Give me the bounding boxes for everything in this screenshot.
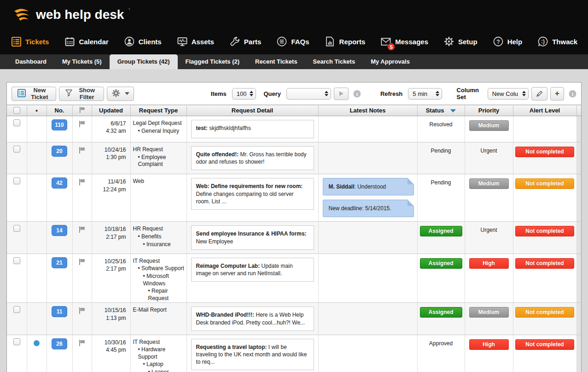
cell-updated: 11/4/1612:24 pm bbox=[92, 174, 130, 222]
nav-item-tickets[interactable]: Tickets bbox=[11, 36, 49, 47]
nav-item-thwack[interactable]: :)Thwack bbox=[538, 36, 577, 47]
alert-level-badge[interactable]: Not completed bbox=[515, 307, 574, 318]
tab-dashboard[interactable]: Dashboard bbox=[7, 54, 54, 69]
row-checkbox[interactable] bbox=[13, 306, 20, 313]
column-set-select[interactable]: New Colu bbox=[488, 88, 529, 100]
add-column-set-button[interactable]: + bbox=[550, 87, 564, 100]
query-select[interactable] bbox=[286, 88, 331, 100]
edit-column-set-button[interactable] bbox=[531, 87, 547, 100]
priority-badge[interactable]: Medium bbox=[469, 120, 509, 131]
show-filter-button[interactable]: Show Filter bbox=[59, 87, 104, 101]
row-checkbox[interactable] bbox=[13, 119, 20, 126]
nav-item-assets[interactable]: Assets bbox=[177, 36, 214, 47]
priority-badge[interactable]: Medium bbox=[469, 307, 509, 318]
ticket-number-badge[interactable]: 26 bbox=[52, 338, 67, 349]
request-detail-box[interactable]: Reimage Computer Lab: Update main image … bbox=[191, 258, 314, 282]
new-ticket-button[interactable]: New Ticket bbox=[12, 87, 56, 101]
select-all-checkbox[interactable] bbox=[13, 107, 20, 114]
alert-level-badge[interactable]: Not completed bbox=[515, 178, 574, 189]
row-checkbox[interactable] bbox=[13, 146, 20, 153]
alert-level-badge[interactable]: Not completed bbox=[515, 147, 574, 157]
flag-icon[interactable] bbox=[78, 226, 86, 235]
cell-status: Assigned bbox=[417, 303, 465, 335]
nav-item-messages[interactable]: Messages5 bbox=[381, 36, 428, 47]
refresh-interval-select[interactable]: 5 min bbox=[408, 88, 442, 100]
row-checkbox[interactable] bbox=[13, 257, 20, 264]
svg-text::): :) bbox=[541, 38, 545, 45]
tab-group-tickets-42[interactable]: Group Tickets (42) bbox=[110, 54, 178, 69]
messages-count-badge: 5 bbox=[387, 43, 395, 51]
row-checkbox[interactable] bbox=[13, 338, 20, 345]
request-detail-box[interactable]: Send employee Insurance & HIPAA forms: N… bbox=[191, 225, 314, 249]
priority-badge[interactable]: High bbox=[469, 339, 509, 350]
flag-icon[interactable] bbox=[78, 120, 86, 129]
priority-badge[interactable]: High bbox=[469, 258, 509, 269]
header-latest-notes[interactable]: Latest Notes bbox=[318, 105, 417, 116]
status-badge[interactable]: Assigned bbox=[420, 258, 462, 269]
row-checkbox[interactable] bbox=[13, 225, 20, 232]
nav-item-parts[interactable]: Parts bbox=[230, 36, 262, 47]
request-detail-box[interactable]: WHD-Branded iPod!!!: Here is a Web Help … bbox=[191, 307, 314, 331]
cell-notes bbox=[318, 335, 417, 372]
nav-item-reports[interactable]: Reports bbox=[325, 36, 366, 47]
tab-flagged-tickets-2[interactable]: Flagged Tickets (2) bbox=[178, 54, 248, 69]
items-per-page-select[interactable]: 100 bbox=[232, 88, 256, 100]
request-detail-box[interactable]: Web: Define requirements for new room: D… bbox=[191, 178, 314, 210]
header-priority[interactable]: Priority bbox=[465, 105, 513, 116]
priority-badge[interactable]: Medium bbox=[469, 178, 509, 189]
flag-icon[interactable] bbox=[78, 258, 86, 267]
note-card[interactable]: M. Siddall: Understood bbox=[323, 178, 414, 195]
tab-my-tickets-5[interactable]: My Tickets (5) bbox=[54, 54, 110, 69]
play-icon bbox=[338, 91, 344, 96]
nav-item-help[interactable]: ?Help bbox=[493, 36, 523, 47]
updated-date: 10/24/16 bbox=[92, 146, 126, 154]
ticket-number-badge[interactable]: 42 bbox=[52, 177, 67, 189]
ticket-number-badge[interactable]: 11 bbox=[52, 306, 67, 317]
request-detail-box[interactable]: Quite offended!: Mr. Gross has terrible … bbox=[191, 146, 314, 170]
cell-no: 110 bbox=[47, 116, 72, 142]
nav-item-setup[interactable]: Setup bbox=[444, 36, 477, 47]
reports-icon bbox=[325, 36, 335, 47]
note-card[interactable]: New deadline: 5/14/2015. bbox=[323, 200, 414, 217]
request-detail-box[interactable]: Requesting a travel laptop: I will be tr… bbox=[191, 339, 314, 371]
ticket-number-badge[interactable]: 20 bbox=[52, 146, 67, 157]
ticket-number-badge[interactable]: 14 bbox=[52, 225, 67, 236]
run-query-button[interactable] bbox=[334, 88, 349, 100]
cell-type: Web bbox=[130, 174, 186, 222]
tab-recent-tickets[interactable]: Recent Tickets bbox=[247, 54, 305, 69]
header-request-type[interactable]: Request Type bbox=[130, 105, 186, 116]
request-type-line: IT Request bbox=[133, 258, 186, 265]
flag-icon[interactable] bbox=[78, 147, 86, 155]
tab-my-approvals[interactable]: My Approvals bbox=[363, 54, 418, 69]
header-alert-level[interactable]: Alert Level bbox=[513, 105, 576, 116]
header-updated[interactable]: Updated bbox=[92, 105, 130, 116]
ticket-number-badge[interactable]: 21 bbox=[52, 257, 67, 268]
ticket-number-badge[interactable]: 110 bbox=[52, 119, 67, 130]
header-no[interactable]: No. bbox=[47, 105, 72, 116]
header-request-detail[interactable]: Request Detail bbox=[186, 105, 318, 116]
bulk-action-gear-button[interactable] bbox=[107, 87, 134, 101]
nav-item-clients[interactable]: Clients bbox=[124, 36, 162, 47]
cell-updated: 10/24/161:30 pm bbox=[92, 142, 130, 174]
tab-search-tickets[interactable]: Search Tickets bbox=[305, 54, 363, 69]
row-checkbox[interactable] bbox=[13, 177, 20, 184]
flag-icon[interactable] bbox=[78, 339, 86, 348]
column-set-info-icon[interactable]: i bbox=[569, 90, 576, 98]
status-badge[interactable]: Assigned bbox=[420, 307, 462, 318]
alert-level-badge[interactable]: Not completed bbox=[515, 226, 574, 236]
nav-item-faqs[interactable]: FAQs bbox=[277, 36, 309, 47]
alert-level-badge[interactable]: Not completed bbox=[515, 258, 574, 269]
query-info-icon[interactable]: i bbox=[353, 90, 361, 98]
cell-no: 14 bbox=[47, 222, 72, 254]
request-detail-box[interactable]: test: skjdfhskldjhfalfhs bbox=[191, 120, 314, 138]
alert-level-badge[interactable]: Not completed bbox=[515, 339, 574, 350]
header-flag[interactable] bbox=[72, 105, 92, 116]
new-ticket-list-icon bbox=[17, 89, 26, 99]
updated-date: 10/30/16 bbox=[92, 339, 126, 346]
nav-item-calendar[interactable]: Calendar bbox=[64, 36, 108, 47]
status-badge[interactable]: Assigned bbox=[420, 226, 462, 236]
flag-icon[interactable] bbox=[78, 178, 86, 187]
dropdown-caret-icon bbox=[125, 92, 129, 95]
header-status[interactable]: Status bbox=[417, 105, 465, 116]
flag-icon[interactable] bbox=[78, 307, 86, 316]
